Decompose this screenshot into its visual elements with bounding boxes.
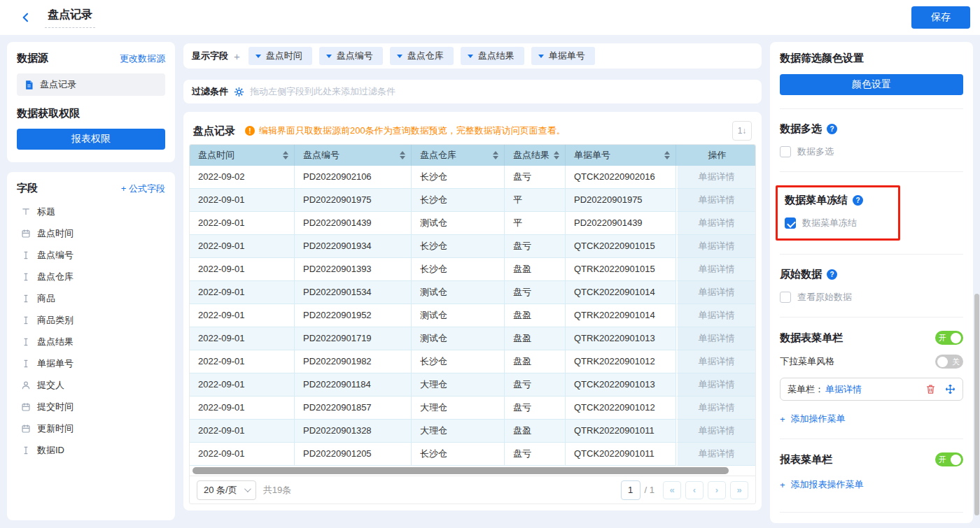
column-header-label: 盘点时间 — [198, 149, 234, 162]
multi-select-title: 数据多选 ? — [780, 122, 963, 136]
add-report-action-menu-link[interactable]: + 添加报表操作菜单 — [780, 478, 963, 491]
menu-item-row[interactable]: 菜单栏： 单据详情 — [780, 378, 963, 401]
table-cell-action: 单据详情 — [676, 258, 755, 281]
field-item[interactable]: 标题 — [17, 201, 165, 222]
checkbox-unchecked[interactable] — [780, 146, 791, 157]
row-action-link[interactable]: 单据详情 — [699, 373, 735, 396]
table-row: 2022-09-01PD20220901952测试仓盘盈QTRK20220901… — [190, 304, 755, 327]
row-action-link[interactable]: 单据详情 — [699, 235, 735, 257]
sort-icon[interactable] — [664, 151, 670, 159]
table-menubar-title: 数据表菜单栏 — [780, 331, 843, 345]
field-item[interactable]: 盘点仓库 — [17, 266, 165, 287]
report-designer-page: 盘点记录 保存 数据源 更改数据源 盘点记录 数据获取权限 报表权限 字段 + … — [0, 0, 980, 528]
scrollbar-thumb[interactable] — [192, 467, 729, 474]
table-cell: 长沙仓 — [412, 258, 505, 281]
move-menu-button[interactable] — [945, 384, 955, 394]
calendar-icon — [21, 424, 31, 434]
table-menubar-toggle[interactable]: 开 — [935, 331, 963, 345]
sort-icon[interactable] — [283, 151, 288, 159]
help-icon[interactable]: ? — [853, 195, 863, 206]
field-item[interactable]: 盘点编号 — [17, 244, 165, 266]
delete-menu-button[interactable] — [925, 384, 936, 394]
display-field-chip[interactable]: 盘点结果 — [461, 47, 524, 65]
display-field-chip[interactable]: 盘点仓库 — [390, 47, 454, 65]
row-action-link[interactable]: 单据详情 — [699, 420, 735, 442]
page-vertical-scrollbar[interactable] — [974, 294, 979, 515]
field-list: 标题盘点时间盘点编号盘点仓库商品商品类别盘点结果单据单号提交人提交时间更新时间数… — [17, 201, 165, 461]
sort-icon[interactable] — [400, 151, 405, 159]
menu-freeze-checkbox-row[interactable]: 数据菜单冻结 — [785, 217, 890, 229]
field-label: 数据ID — [37, 444, 64, 457]
multi-select-checkbox-row[interactable]: 数据多选 — [780, 145, 963, 158]
column-header[interactable]: 单据单号 — [566, 145, 676, 166]
table-cell: QTCK20220902016 — [566, 166, 676, 189]
checkbox-unchecked[interactable] — [780, 292, 791, 303]
report-menubar-title: 报表菜单栏 — [780, 453, 832, 466]
report-permission-button[interactable]: 报表权限 — [17, 129, 165, 150]
save-button[interactable]: 保存 — [911, 6, 970, 29]
warning-icon: ! — [245, 126, 255, 136]
column-header[interactable]: 盘点仓库 — [412, 145, 505, 166]
row-action-link[interactable]: 单据详情 — [699, 189, 735, 211]
table-cell: QTRK20220901014 — [566, 304, 676, 327]
column-header[interactable]: 盘点编号 — [295, 145, 412, 166]
help-icon[interactable]: ? — [827, 124, 837, 134]
plus-icon: + — [121, 183, 127, 194]
column-header[interactable]: 操作 — [676, 145, 755, 166]
row-action-link[interactable]: 单据详情 — [699, 212, 735, 234]
add-action-menu-link[interactable]: + 添加操作菜单 — [780, 413, 963, 425]
row-action-link[interactable]: 单据详情 — [699, 258, 735, 280]
add-display-field-button[interactable]: + — [234, 50, 240, 62]
checkbox-checked[interactable] — [785, 217, 796, 229]
row-action-link[interactable]: 单据详情 — [699, 327, 735, 350]
change-datasource-link[interactable]: 更改数据源 — [120, 52, 165, 65]
field-item[interactable]: 提交人 — [17, 374, 165, 396]
dropdown-style-toggle[interactable]: 关 — [935, 355, 963, 369]
column-header[interactable]: 盘点结果 — [505, 145, 566, 166]
datasource-item[interactable]: 盘点记录 — [17, 73, 165, 96]
field-item[interactable]: 盘点结果 — [17, 331, 165, 352]
add-formula-field-link[interactable]: + 公式字段 — [121, 183, 165, 195]
color-setting-button[interactable]: 颜色设置 — [780, 74, 963, 95]
report-menubar-toggle[interactable]: 开 — [935, 452, 963, 466]
table-cell: 长沙仓 — [412, 166, 505, 189]
field-item[interactable]: 盘点时间 — [17, 222, 165, 244]
display-field-chip[interactable]: 盘点时间 — [248, 47, 312, 65]
row-action-link[interactable]: 单据详情 — [699, 397, 735, 419]
plus-icon: + — [780, 480, 785, 490]
table-cell: 盘盈 — [505, 258, 566, 281]
field-label: 提交人 — [37, 379, 64, 392]
last-page-button[interactable]: » — [730, 481, 748, 499]
help-icon[interactable]: ? — [827, 269, 837, 280]
row-action-link[interactable]: 单据详情 — [699, 443, 735, 465]
prev-page-button[interactable]: ‹ — [685, 481, 704, 499]
display-field-chip[interactable]: 单据单号 — [531, 47, 595, 65]
datasource-title: 数据源 — [17, 52, 48, 65]
display-field-chip[interactable]: 盘点编号 — [319, 47, 383, 65]
field-item[interactable]: 商品 — [17, 287, 165, 309]
row-action-link[interactable]: 单据详情 — [699, 281, 735, 304]
back-button[interactable] — [18, 10, 34, 25]
next-page-button[interactable]: › — [708, 481, 726, 499]
sort-icon[interactable] — [493, 151, 498, 159]
column-header[interactable]: 盘点时间 — [190, 145, 295, 166]
row-action-link[interactable]: 单据详情 — [699, 166, 735, 188]
row-action-link[interactable]: 单据详情 — [699, 350, 735, 373]
page-size-select[interactable]: 20 条/页 — [197, 480, 256, 500]
raw-data-checkbox-row[interactable]: 查看原始数据 — [780, 291, 963, 304]
page-number-input[interactable]: 1 — [621, 480, 640, 500]
table-cell-action: 单据详情 — [676, 166, 755, 189]
first-page-button[interactable]: « — [663, 481, 681, 499]
menu-item-link[interactable]: 单据详情 — [825, 383, 862, 396]
sort-order-button[interactable]: 1↓ — [732, 121, 752, 141]
field-item[interactable]: 提交时间 — [17, 396, 165, 418]
field-item[interactable]: 单据单号 — [17, 352, 165, 374]
field-item[interactable]: 数据ID — [17, 439, 165, 461]
sort-icon[interactable] — [554, 151, 559, 159]
gear-icon[interactable] — [234, 87, 244, 97]
table-cell: 2022-09-01 — [190, 327, 295, 350]
field-label: 商品 — [37, 292, 55, 305]
row-action-link[interactable]: 单据详情 — [699, 304, 735, 327]
field-item[interactable]: 更新时间 — [17, 418, 165, 439]
field-item[interactable]: 商品类别 — [17, 309, 165, 331]
